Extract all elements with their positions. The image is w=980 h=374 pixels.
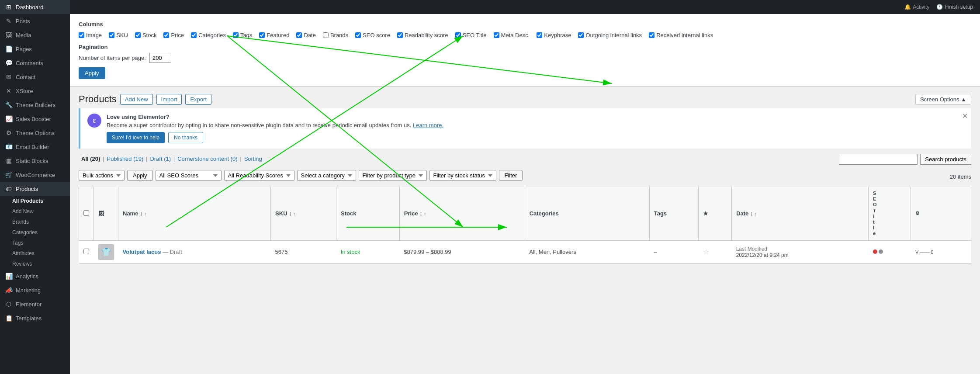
col-checkbox-categories[interactable] [191,32,197,38]
sidebar-item-sales-booster[interactable]: 📈 Sales Booster [0,112,70,126]
col-checkbox-seo-title[interactable] [455,32,461,38]
col-check-readability[interactable]: Readability score [397,32,448,38]
col-check-date[interactable]: Date [296,32,315,38]
notice-close-button[interactable]: ✕ [962,112,968,120]
export-button[interactable]: Export [185,94,211,105]
sidebar-sub-brands[interactable]: Brands [0,217,70,227]
col-checkbox-sku[interactable] [109,32,114,38]
sidebar-sub-attributes[interactable]: Attributes [0,248,70,259]
posts-icon: ✎ [5,17,12,24]
sidebar-sub-add-new[interactable]: Add New [0,206,70,217]
col-checkbox-outgoing[interactable] [578,32,584,38]
col-checkbox-readability[interactable] [397,32,403,38]
col-checkbox-brands[interactable] [323,32,329,38]
sidebar-item-static-blocks[interactable]: ▦ Static Blocks [0,154,70,168]
page-title: Products [79,94,117,105]
sidebar-sub-reviews[interactable]: Reviews [0,259,70,269]
static-blocks-icon: ▦ [5,157,12,164]
bulk-apply-button[interactable]: Apply [127,170,153,181]
import-button[interactable]: Import [156,94,182,105]
sidebar-item-analytics[interactable]: 📊 Analytics [0,269,70,283]
col-checkbox-image[interactable] [79,32,84,38]
col-check-tags[interactable]: Tags [233,32,252,38]
sidebar-item-xstore[interactable]: ✕ XStore [0,84,70,98]
filter-tab-cornerstone[interactable]: Cornerstone content (0) [175,154,240,164]
bulk-actions-select[interactable]: Bulk actions [79,170,125,181]
sidebar-item-woocommerce[interactable]: 🛒 WooCommerce [0,168,70,182]
filter-tab-draft[interactable]: Draft (1) [147,154,173,164]
notice-body: Become a super contributor by opting in … [107,122,964,128]
featured-star-icon[interactable]: ☆ [703,248,709,256]
col-check-featured[interactable]: Featured [259,32,289,38]
sidebar-sub-all-products[interactable]: All Products [0,196,70,206]
sidebar-item-posts[interactable]: ✎ Posts [0,14,70,28]
seo-scores-select[interactable]: All SEO Scores Good OK Needs improvement [156,170,222,181]
sidebar-item-comments[interactable]: 💬 Comments [0,56,70,70]
col-check-outgoing[interactable]: Outgoing internal links [578,32,642,38]
finish-setup-button[interactable]: 🕐 Finish setup [936,4,973,10]
col-check-meta-desc[interactable]: Meta Desc. [494,32,530,38]
col-check-seo-score[interactable]: SEO score [355,32,390,38]
col-header-price[interactable]: Price ↕ [399,187,525,240]
category-select[interactable]: Select a category All Men Women [297,170,356,181]
sidebar-item-elementor[interactable]: ⬡ Elementor [0,297,70,311]
col-header-sku[interactable]: SKU ↕ [271,187,336,240]
col-check-received[interactable]: Received internal links [649,32,713,38]
filter-tab-sorting[interactable]: Sorting [242,154,265,164]
search-input[interactable] [839,154,918,165]
items-per-page-input[interactable] [149,53,171,63]
col-checkbox-featured[interactable] [259,32,265,38]
sidebar-item-templates[interactable]: 📋 Templates [0,311,70,325]
sidebar-item-contact[interactable]: ✉ Contact [0,70,70,84]
row-featured: ☆ [699,240,732,263]
col-checkbox-tags[interactable] [233,32,239,38]
stock-status-select[interactable]: Filter by stock status In stock Out of s… [429,170,496,181]
col-check-brands[interactable]: Brands [323,32,348,38]
activity-button[interactable]: 🔔 Activity [904,4,929,10]
sidebar-item-email-builder[interactable]: 📧 Email Builder [0,140,70,154]
col-checkbox-seo-score[interactable] [355,32,361,38]
filter-button[interactable]: Filter [499,170,523,181]
readability-select[interactable]: All Readability Scores Good OK [224,170,294,181]
col-check-sku[interactable]: SKU [109,32,128,38]
sidebar-item-theme-builders[interactable]: 🔧 Theme Builders [0,98,70,112]
sidebar-item-marketing[interactable]: 📣 Marketing [0,283,70,297]
col-header-name[interactable]: Name ↕ [118,187,271,240]
sidebar-item-theme-options[interactable]: ⚙ Theme Options [0,126,70,140]
col-checkbox-price[interactable] [163,32,169,38]
select-all-checkbox[interactable] [83,210,89,216]
col-checkbox-keyphrase[interactable] [537,32,542,38]
sidebar-item-media[interactable]: 🖼 Media [0,28,70,42]
screen-options-apply-button[interactable]: Apply [79,67,105,79]
row-checkbox[interactable] [83,249,89,254]
col-check-image[interactable]: Image [79,32,102,38]
sidebar-item-dashboard[interactable]: ⊞ Dashboard [0,0,70,14]
col-check-stock[interactable]: Stock [135,32,157,38]
sidebar-sub-categories[interactable]: Categories [0,227,70,238]
col-check-keyphrase[interactable]: Keyphrase [537,32,571,38]
sidebar-sub-tags[interactable]: Tags [0,238,70,248]
col-checkbox-stock[interactable] [135,32,141,38]
table-body: 👕 Volutpat lacus — Draft 5675 In stock $… [79,240,971,263]
search-products-button[interactable]: Search products [920,154,971,165]
sidebar-item-products[interactable]: 🏷 Products [0,182,70,196]
col-check-categories[interactable]: Categories [191,32,226,38]
filter-tab-all[interactable]: All (20) [79,154,103,164]
notice-accept-button[interactable]: Sure! I'd love to help [107,132,165,143]
col-check-price[interactable]: Price [163,32,184,38]
filter-tab-published[interactable]: Published (19) [104,154,146,164]
notice-learn-more-link[interactable]: Learn more. [413,122,443,128]
col-checkbox-received[interactable] [649,32,654,38]
notice-decline-button[interactable]: No thanks [168,132,203,143]
product-type-select[interactable]: Filter by product type Simple product Va… [359,170,427,181]
product-name-link[interactable]: Volutpat lacus [123,249,161,255]
col-checkbox-date[interactable] [296,32,302,38]
col-check-seo-title[interactable]: SEO Title [455,32,487,38]
image-icon: 🖼 [98,210,104,217]
screen-options-button[interactable]: Screen Options ▲ [915,94,971,105]
sidebar-item-pages[interactable]: 📄 Pages [0,42,70,56]
products-table: 🖼 Name ↕ SKU ↕ Stock Price ↕ Categories … [79,187,971,264]
col-checkbox-meta-desc[interactable] [494,32,499,38]
add-new-button[interactable]: Add New [120,94,153,105]
col-header-date[interactable]: Date ↕ [732,187,869,240]
